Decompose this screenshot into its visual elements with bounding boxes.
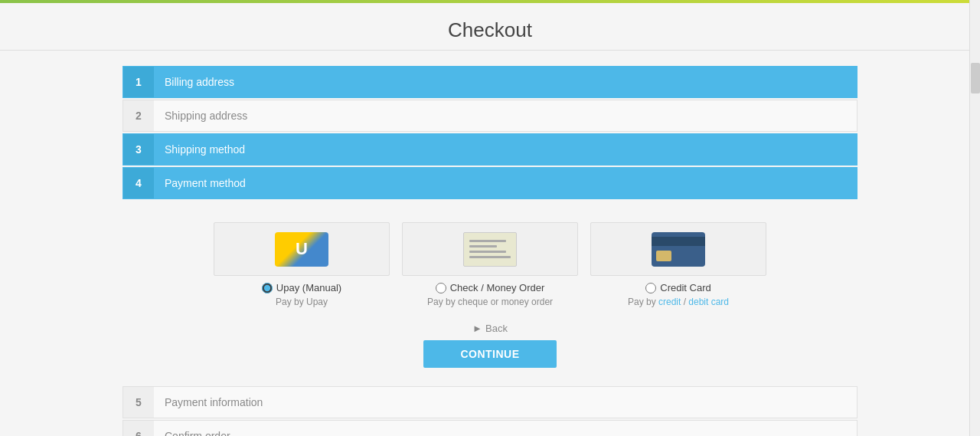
step-6-row: 6 Confirm order — [122, 420, 858, 436]
cc-stripe — [652, 237, 705, 246]
top-progress-bar — [0, 0, 980, 3]
upay-desc: Pay by Upay — [276, 297, 328, 307]
step-2-number: 2 — [123, 100, 154, 131]
check-card — [402, 222, 578, 276]
credit-name: Credit Card — [660, 282, 710, 293]
step-4-label: Payment method — [154, 168, 256, 198]
back-link[interactable]: ► Back — [472, 323, 508, 334]
check-radio-row[interactable]: Check / Money Order — [436, 282, 545, 293]
upay-name: Upay (Manual) — [276, 282, 341, 293]
credit-link[interactable]: credit — [658, 297, 681, 307]
credit-card — [590, 222, 766, 276]
step-3-row: 3 Shipping method — [122, 133, 858, 166]
credit-radio[interactable] — [645, 283, 656, 293]
back-arrow-icon: ► — [472, 323, 482, 334]
step-4-row: 4 Payment method — [122, 167, 858, 199]
cc-chip — [656, 251, 671, 261]
payment-option-check: Check / Money Order Pay by cheque or mon… — [402, 222, 578, 307]
upay-radio-row[interactable]: Upay (Manual) — [262, 282, 341, 293]
step-2-label: Shipping address — [154, 100, 258, 131]
check-name: Check / Money Order — [450, 282, 545, 293]
back-label: Back — [485, 323, 508, 334]
check-desc: Pay by cheque or money order — [427, 297, 553, 307]
credit-card-icon — [652, 232, 705, 267]
actions-section: ► Back CONTINUE — [191, 323, 789, 368]
step-3-label: Shipping method — [154, 134, 256, 165]
page-title: Checkout — [0, 18, 980, 51]
checkout-steps: 1 Billing address 2 Shipping address 3 S… — [122, 66, 858, 199]
payment-option-credit: Credit Card Pay by credit / debit card — [590, 222, 766, 307]
check-radio[interactable] — [436, 283, 446, 293]
scrollbar-track — [969, 0, 980, 436]
step-5-number: 5 — [123, 387, 154, 418]
step-1-number: 1 — [123, 67, 154, 97]
step-6-label: Confirm order — [154, 421, 241, 436]
step-3-number: 3 — [123, 134, 154, 165]
lower-steps: 5 Payment information 6 Confirm order — [122, 386, 858, 436]
debit-link[interactable]: debit card — [688, 297, 729, 307]
scrollbar-thumb[interactable] — [971, 63, 980, 93]
credit-desc: Pay by credit / debit card — [628, 297, 729, 307]
check-icon — [463, 232, 517, 267]
check-line-3 — [469, 251, 506, 253]
step-6-number: 6 — [123, 421, 154, 436]
step-5-label: Payment information — [154, 387, 273, 418]
upay-icon — [275, 232, 328, 267]
step-5-row: 5 Payment information — [122, 386, 858, 418]
check-line-2 — [469, 245, 497, 248]
step-1-label: Billing address — [154, 67, 245, 97]
credit-radio-row[interactable]: Credit Card — [645, 282, 710, 293]
step-1-row: 1 Billing address — [122, 66, 858, 98]
upay-radio[interactable] — [262, 283, 273, 293]
payment-methods-section: Upay (Manual) Pay by Upay Check / Money … — [191, 222, 789, 307]
upay-card — [214, 222, 390, 276]
payment-option-upay: Upay (Manual) Pay by Upay — [214, 222, 390, 307]
continue-button[interactable]: CONTINUE — [423, 340, 556, 368]
step-2-row: 2 Shipping address — [122, 100, 858, 132]
check-line-1 — [469, 240, 506, 242]
step-4-number: 4 — [123, 168, 154, 198]
check-line-4 — [469, 256, 511, 258]
